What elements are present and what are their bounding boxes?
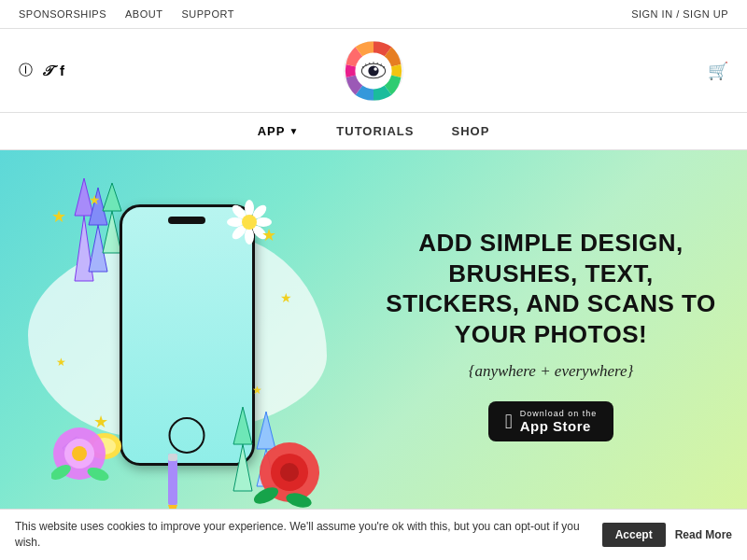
- cookie-message: This website uses cookies to improve you…: [15, 519, 593, 551]
- cookie-read-more-link[interactable]: Read More: [675, 528, 732, 541]
- top-nav-links: SPONSORSHIPS ABOUT SUPPORT: [19, 8, 234, 20]
- flowers-left: [51, 407, 145, 491]
- svg-point-38: [245, 228, 254, 245]
- app-dropdown-arrow: ▼: [289, 126, 299, 136]
- middle-header: Ⓘ 𝒯 f: [0, 29, 747, 113]
- svg-point-29: [280, 463, 299, 482]
- app-store-button[interactable]:  Download on the App Store: [488, 401, 614, 441]
- shop-nav-link[interactable]: SHOP: [451, 124, 489, 138]
- svg-point-20: [72, 446, 87, 461]
- logo[interactable]: [341, 38, 406, 104]
- tutorials-nav-link[interactable]: TUTORIALS: [336, 124, 414, 138]
- cookie-accept-button[interactable]: Accept: [602, 523, 666, 547]
- star-1: ★: [51, 206, 66, 227]
- star-5: ★: [56, 356, 66, 369]
- svg-marker-16: [103, 183, 121, 211]
- signin-link-container: App Store SIGN IN / SIGN UP: [631, 7, 728, 21]
- cookie-banner: This website uses cookies to improve you…: [0, 509, 747, 560]
- cart-icon[interactable]: 🛒: [708, 61, 728, 81]
- facebook-icon[interactable]: f: [60, 63, 64, 78]
- svg-point-37: [245, 200, 254, 217]
- apple-icon: : [505, 410, 513, 434]
- top-nav-bar: SPONSORSHIPS ABOUT SUPPORT App Store SIG…: [0, 0, 747, 29]
- instagram-icon[interactable]: Ⓘ: [19, 62, 33, 79]
- download-on-label: Download on the: [520, 409, 598, 418]
- signin-signup-link[interactable]: SIGN IN / SIGN UP: [631, 8, 728, 20]
- hero-section: ★ ★ ★ ★ ★ ★ ★: [0, 150, 747, 519]
- svg-point-3: [368, 65, 378, 76]
- star-3: ★: [261, 225, 276, 245]
- about-link[interactable]: ABOUT: [125, 8, 162, 20]
- star-2: ★: [89, 192, 101, 207]
- star-4: ★: [280, 290, 292, 305]
- svg-point-39: [227, 217, 244, 227]
- star-7: ★: [252, 384, 262, 397]
- hero-title: ADD SIMPLE DESIGN, BRUSHES, TEXT, STICKE…: [383, 228, 719, 349]
- app-store-text: Download on the App Store: [520, 409, 598, 434]
- twitter-icon[interactable]: 𝒯: [42, 63, 50, 79]
- main-nav: APP ▼ TUTORIALS SHOP: [0, 113, 747, 150]
- hero-text-area: ADD SIMPLE DESIGN, BRUSHES, TEXT, STICKE…: [355, 209, 747, 460]
- support-link[interactable]: SUPPORT: [181, 8, 233, 20]
- hero-illustration: ★ ★ ★ ★ ★ ★ ★: [0, 150, 355, 519]
- svg-point-4: [374, 67, 377, 71]
- svg-point-45: [242, 215, 257, 230]
- svg-rect-48: [168, 454, 177, 461]
- app-nav-item[interactable]: APP ▼: [258, 124, 300, 138]
- logo-svg: [341, 38, 406, 104]
- app-nav-label: APP: [258, 124, 286, 138]
- rose-right: [243, 430, 327, 510]
- sponsorships-link[interactable]: SPONSORSHIPS: [19, 8, 106, 20]
- app-store-label: App Store: [520, 418, 598, 434]
- hero-subtitle: {anywhere + everywhere}: [469, 362, 634, 381]
- social-icons: Ⓘ 𝒯 f: [19, 62, 64, 79]
- svg-rect-46: [168, 454, 177, 505]
